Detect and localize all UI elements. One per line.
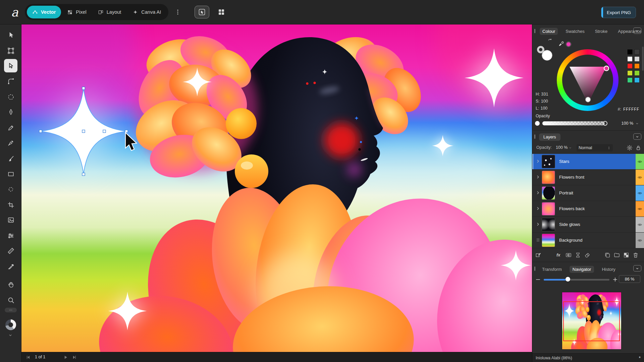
lock-icon[interactable] <box>635 144 642 151</box>
swatch[interactable] <box>627 77 633 83</box>
tab-stroke[interactable]: Stroke <box>592 28 610 35</box>
opacity-value-dropdown[interactable]: 100 % <box>612 120 640 127</box>
persona-pixel[interactable]: Pixel <box>62 6 92 18</box>
hex-field[interactable]: #:FFFFFF <box>618 107 639 112</box>
live-filter-icon[interactable] <box>575 252 581 258</box>
layer-visibility-tag[interactable] <box>636 170 644 185</box>
navigator-viewport-rect[interactable] <box>563 301 620 341</box>
swatch[interactable] <box>634 56 640 62</box>
layer-thumbnail[interactable] <box>542 218 555 231</box>
panel-grip[interactable] <box>534 266 535 271</box>
layer-thumbnail[interactable] <box>542 155 555 168</box>
tool-view-button[interactable] <box>4 278 17 291</box>
persona-layout[interactable]: Layout <box>93 6 127 18</box>
tool-corner-button[interactable] <box>4 74 17 88</box>
tool-move-button[interactable] <box>4 28 17 42</box>
mask-layer-icon[interactable] <box>565 252 572 258</box>
eyedropper-icon[interactable] <box>558 41 565 47</box>
tab-swatches[interactable]: Swatches <box>563 28 587 35</box>
gear-icon[interactable] <box>626 144 633 151</box>
opacity-slider-handle[interactable] <box>535 121 540 126</box>
layer-row-background[interactable]: Background <box>532 233 644 248</box>
layer-visibility-tag[interactable] <box>636 217 644 232</box>
swatch[interactable] <box>634 63 640 69</box>
opacity-slider-end[interactable] <box>603 121 607 126</box>
zoom-slider[interactable] <box>544 279 609 281</box>
layer-row-flowers-front[interactable]: Flowers front <box>532 170 644 185</box>
tab-navigator[interactable]: Navigator <box>570 266 594 273</box>
colour-triangle[interactable] <box>557 49 619 111</box>
zoom-value-field[interactable]: 86 % <box>619 275 640 283</box>
layer-visibility-tag[interactable] <box>636 201 644 217</box>
colour-wheel[interactable] <box>557 49 619 111</box>
group-folder-icon[interactable] <box>613 252 620 258</box>
fill-colour-well[interactable] <box>542 50 552 61</box>
colour-selector-well[interactable] <box>5 319 16 330</box>
swatch[interactable] <box>634 49 640 55</box>
tool-paint-brush-button[interactable] <box>4 152 17 165</box>
duplicate-layer-icon[interactable] <box>604 252 611 258</box>
layer-visibility-tag[interactable] <box>636 154 644 169</box>
tool-style-picker-button[interactable] <box>4 260 17 273</box>
layer-row-flowers-back[interactable]: Flowers back <box>532 201 644 217</box>
artwork[interactable] <box>21 24 532 352</box>
blend-mode-dropdown[interactable]: Normal <box>577 144 613 152</box>
toolbar-expand-chevron[interactable] <box>8 333 13 338</box>
swatch[interactable] <box>627 63 633 69</box>
layer-thumbnail[interactable] <box>542 202 555 216</box>
edit-shape-icon[interactable] <box>535 252 542 258</box>
layer-thumbnail[interactable] <box>542 234 555 247</box>
panel-grip[interactable] <box>534 134 535 139</box>
last-page-icon[interactable] <box>72 355 77 360</box>
tool-zoom-button[interactable] <box>4 293 17 307</box>
tab-colour[interactable]: Colour <box>540 28 558 35</box>
tool-marquee-button[interactable] <box>4 90 17 104</box>
layer-thumbnail[interactable] <box>542 171 555 184</box>
tool-node-button[interactable] <box>4 59 17 72</box>
tool-transform-button[interactable] <box>4 44 17 57</box>
layer-row-stars[interactable]: Stars <box>532 154 644 170</box>
export-png-button[interactable]: Export PNG <box>601 7 636 18</box>
tool-crop-button[interactable] <box>4 198 17 212</box>
layer-opacity-value[interactable]: 100 % <box>556 145 568 150</box>
overflow-menu-button[interactable] <box>174 9 181 15</box>
tab-history[interactable]: History <box>599 266 618 273</box>
sampled-colour-dot[interactable] <box>566 42 571 47</box>
panel-scrollbar[interactable] <box>642 47 644 71</box>
tool-vector-brush-button[interactable] <box>4 136 17 149</box>
tool-rectangle-button[interactable] <box>4 167 17 181</box>
tool-pen-button[interactable] <box>4 105 17 119</box>
new-pattern-layer-icon[interactable] <box>623 252 630 258</box>
tool-pencil-button[interactable] <box>4 121 17 134</box>
swatch[interactable] <box>627 70 633 76</box>
drag-dots-icon[interactable] <box>536 238 540 242</box>
collapse-layers-panel-button[interactable] <box>633 133 641 140</box>
zoom-out-button[interactable] <box>535 277 541 283</box>
swatch[interactable] <box>627 56 633 62</box>
swap-colours-icon[interactable] <box>547 38 553 44</box>
selection-mode-toggle[interactable] <box>195 6 209 18</box>
expand-chevron-icon[interactable] <box>536 159 540 164</box>
persona-vector[interactable]: Vector <box>27 6 61 18</box>
panel-grip[interactable] <box>534 29 535 33</box>
expand-chevron-icon[interactable] <box>536 206 540 211</box>
swatch[interactable] <box>634 70 640 76</box>
tool-adjustment-button[interactable] <box>4 229 17 242</box>
persona-canva-ai[interactable]: Canva AI <box>127 6 166 18</box>
collapse-navigator-panel-button[interactable] <box>633 265 641 272</box>
zoom-in-button[interactable] <box>612 277 618 283</box>
grid-view-toggle[interactable] <box>214 6 229 18</box>
tool-measure-button[interactable] <box>4 244 17 257</box>
app-logo[interactable]: a <box>8 5 21 19</box>
more-tools-button[interactable] <box>5 308 17 312</box>
erase-layer-icon[interactable] <box>584 252 591 258</box>
layer-visibility-tag[interactable] <box>636 185 644 201</box>
layer-row-side-glows[interactable]: Side glows <box>532 217 644 233</box>
layer-thumbnail[interactable] <box>542 186 555 200</box>
triangle-marker[interactable] <box>586 97 591 102</box>
layer-row-portrait[interactable]: Portrait <box>532 185 644 201</box>
zoom-slider-handle[interactable] <box>566 277 570 282</box>
tool-place-image-button[interactable] <box>4 213 17 227</box>
expand-chevron-icon[interactable] <box>536 190 540 195</box>
navigator-preview[interactable] <box>562 292 622 350</box>
